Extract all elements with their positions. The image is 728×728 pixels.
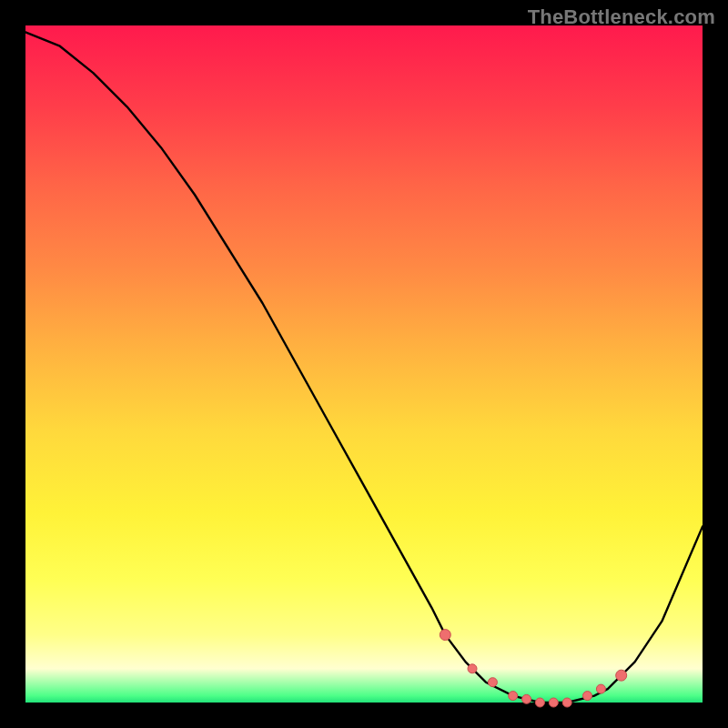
emphasis-dot (535, 698, 544, 707)
emphasis-dot (562, 698, 571, 707)
emphasis-dot (616, 670, 627, 681)
emphasis-dot (488, 678, 497, 687)
emphasis-dot (583, 692, 592, 701)
emphasis-dot (522, 694, 531, 703)
emphasis-dot (549, 698, 558, 707)
emphasis-dot (596, 684, 605, 693)
emphasis-dot (509, 692, 518, 701)
optimal-range-dots (440, 630, 626, 707)
chart-svg (25, 25, 703, 703)
chart-frame: TheBottleneck.com (0, 0, 728, 728)
emphasis-dot (440, 630, 450, 641)
bottleneck-curve (25, 32, 703, 703)
emphasis-dot (468, 664, 477, 673)
